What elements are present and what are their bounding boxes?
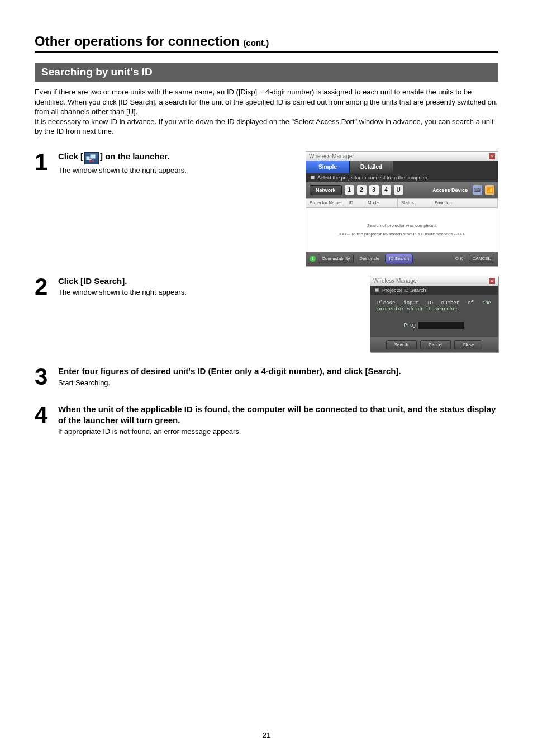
id-dialog-subtitle: Projector ID Search (382, 287, 426, 293)
square-icon (311, 176, 315, 179)
search-button[interactable]: Search (386, 340, 417, 349)
col-id: ID (345, 199, 364, 207)
tab-simple[interactable]: Simple (306, 161, 350, 173)
id-input-label: Proj (404, 323, 416, 328)
step-3-desc: Start Searching. (58, 378, 498, 388)
col-projector-name: Projector Name (306, 199, 345, 207)
wm-title: Wireless Manager (309, 153, 354, 159)
cancel-button[interactable]: CANCEL (469, 254, 494, 263)
square-icon (375, 288, 379, 292)
id-search-dialog: Wireless Manager × Projector ID Search P… (370, 276, 498, 353)
wired-device-icon[interactable]: ⌨ (473, 185, 482, 195)
step-1-desc: The window shown to the right appears. (58, 166, 258, 176)
step-3-number: 3 (35, 366, 50, 388)
step-1-heading-pre: Click [ (58, 152, 83, 161)
wireless-manager-window: Wireless Manager × Simple Detailed Selec… (306, 151, 498, 267)
ok-button[interactable]: O K (452, 254, 467, 263)
id-dialog-title: Wireless Manager (373, 278, 418, 284)
close-button[interactable]: Close (454, 340, 482, 349)
projector-id-input[interactable] (417, 322, 464, 329)
cancel-button[interactable]: Cancel (420, 340, 451, 349)
close-icon[interactable]: × (489, 153, 495, 159)
wm-toolbar: Network 1 2 3 4 U Access Device ⌨ 📶 (306, 182, 498, 198)
connectability-button[interactable]: Connectability (318, 254, 354, 263)
section-intro: Even if there are two or more units with… (35, 87, 498, 136)
designate-button[interactable]: Designate (356, 254, 383, 263)
access-device-label: Access Device (432, 187, 470, 193)
channel-3-button[interactable]: 3 (369, 185, 379, 195)
id-dialog-message: Please input ID number of the projector … (377, 300, 491, 313)
col-function: Function (431, 199, 498, 207)
step-1-number: 1 (35, 151, 50, 173)
channel-4-button[interactable]: 4 (382, 185, 391, 195)
title-rule (35, 51, 498, 53)
tab-detailed[interactable]: Detailed (350, 161, 393, 173)
id-dialog-titlebar: Wireless Manager × (370, 276, 498, 286)
network-button[interactable]: Network (310, 185, 342, 195)
svg-rect-1 (90, 154, 96, 159)
col-status: Status (398, 199, 431, 207)
channel-1-button[interactable]: 1 (345, 185, 354, 195)
wireless-device-icon[interactable]: 📶 (485, 185, 494, 195)
channel-u-button[interactable]: U (394, 185, 403, 195)
id-dialog-footer: Search Cancel Close (370, 337, 498, 352)
id-input-row: Proj (377, 322, 491, 329)
step-1-heading-post: ] on the launcher. (100, 152, 169, 161)
id-dialog-subtitle-bar: Projector ID Search (370, 286, 498, 295)
step-2-heading: Click [ID Search]. (58, 276, 258, 287)
wm-body: Search of projector was completed. <<<--… (306, 208, 498, 252)
col-mode: Mode (364, 199, 398, 207)
close-icon[interactable]: × (489, 278, 495, 284)
id-search-button[interactable]: ID Search (385, 254, 413, 263)
page-title: Other operations for connection (cont.) (35, 34, 498, 49)
wm-titlebar: Wireless Manager × (306, 152, 498, 161)
page-number: 21 (0, 731, 533, 739)
launcher-screens-icon (84, 152, 99, 164)
wm-instruction-text: Select the projector to connect from the… (317, 175, 429, 181)
step-4-heading: When the unit of the applicable ID is fo… (58, 404, 498, 426)
wm-body-line1: Search of projector was completed. (367, 223, 437, 228)
wm-body-line2: <<<-- To the projector re-search start I… (339, 231, 465, 237)
wm-tabs: Simple Detailed (306, 161, 498, 173)
info-icon[interactable]: i (310, 256, 316, 262)
wm-instruction: Select the projector to connect from the… (306, 173, 498, 182)
page-title-cont: (cont.) (243, 38, 269, 48)
id-dialog-body: Please input ID number of the projector … (370, 295, 498, 338)
page-title-text: Other operations for connection (35, 34, 240, 49)
section-heading: Searching by unit's ID (35, 63, 498, 82)
step-4-desc: If appropriate ID is not found, an error… (58, 427, 498, 437)
step-3-heading: Enter four figures of desired unit's ID … (58, 366, 498, 377)
step-2-desc: The window shown to the right appears. (58, 287, 258, 297)
step-4-number: 4 (35, 404, 50, 426)
wm-footer: i Connectability Designate ID Search O K… (306, 252, 498, 266)
step-2-number: 2 (35, 276, 50, 298)
wm-column-headers: Projector Name ID Mode Status Function (306, 198, 498, 208)
channel-2-button[interactable]: 2 (357, 185, 367, 195)
step-1-heading: Click [ ] on the launcher. (58, 151, 258, 164)
